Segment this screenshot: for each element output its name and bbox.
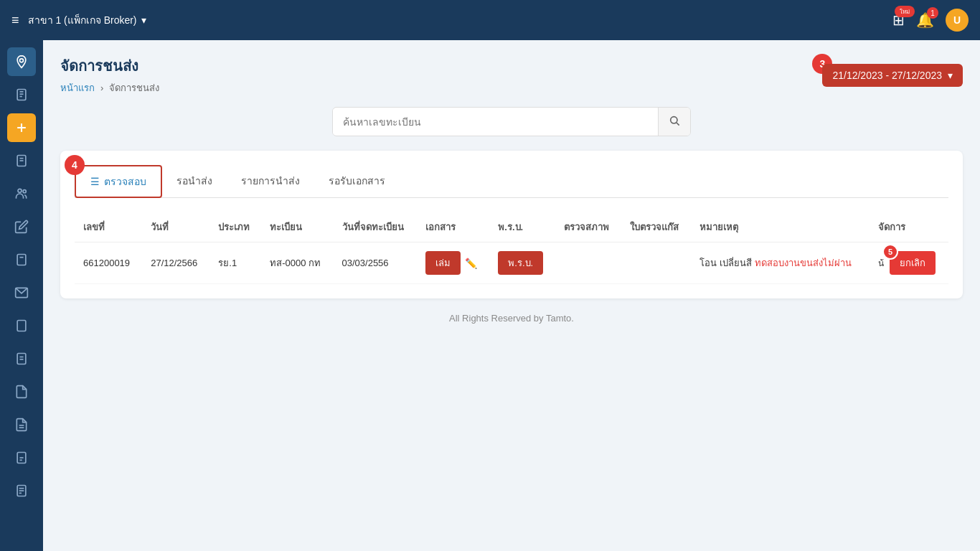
sidebar-icon-clipboard[interactable] <box>7 80 36 109</box>
page-header: จัดการชนส่ง หน้าแรก › จัดการชนส่ง 3 21/1… <box>60 55 963 95</box>
cell-note: โอน เปลี่ยนสี โอน เปลี่ยนสี ทดสอบงานขนส่… <box>691 242 870 284</box>
cell-id: 661200019 <box>75 242 142 284</box>
user-avatar[interactable]: U <box>946 9 969 32</box>
svg-point-11 <box>23 190 26 193</box>
sidebar-icon-location[interactable] <box>7 47 36 76</box>
cell-inspect <box>555 242 621 284</box>
search-button[interactable] <box>658 108 690 136</box>
new-badge: ใหม่ <box>895 6 915 17</box>
tab-receive-label: รอรับเอกสาร <box>329 173 385 189</box>
sidebar-icon-doc4[interactable] <box>7 344 36 373</box>
cell-date: 27/12/2566 <box>142 242 209 284</box>
svg-point-10 <box>18 189 22 192</box>
notification-button[interactable]: 🔔 1 <box>916 11 934 29</box>
svg-point-28 <box>671 117 677 123</box>
col-doc: เอกสาร <box>417 212 489 242</box>
col-prb: พ.ร.บ. <box>489 212 555 242</box>
sidebar-icon-doc1[interactable] <box>7 146 36 175</box>
sidebar-icon-edit[interactable] <box>7 212 36 241</box>
sidebar-icon-doc7[interactable] <box>7 443 36 472</box>
sidebar <box>0 40 43 551</box>
cell-prb: พ.ร.บ. <box>489 242 555 284</box>
breadcrumb: หน้าแรก › จัดการชนส่ง <box>60 80 159 95</box>
sidebar-icon-add[interactable] <box>7 113 36 142</box>
svg-point-0 <box>20 59 24 62</box>
tab-inspect-wrapper: 4 ☰ ตรวจสอบ <box>75 165 162 197</box>
prb-button[interactable]: พ.ร.บ. <box>498 251 543 275</box>
tab-report[interactable]: รายการนำส่ง <box>227 165 314 198</box>
sidebar-icon-doc8[interactable] <box>7 476 36 505</box>
cell-manage: น้ 5 ยกเลิก <box>870 242 948 284</box>
svg-rect-15 <box>17 321 26 331</box>
date-range-button[interactable]: 21/12/2023 - 27/12/2023 ▾ <box>822 64 963 87</box>
sidebar-icon-mail[interactable] <box>7 278 36 307</box>
tab-inspect-icon: ☰ <box>90 176 100 187</box>
doc-edit-button[interactable]: ✏️ <box>465 258 477 269</box>
date-range-container: 3 21/12/2023 - 27/12/2023 ▾ <box>822 64 963 87</box>
cell-plate: ทส-0000 กท <box>261 242 333 284</box>
note-text: โอน เปลี่ยนสี <box>699 258 754 268</box>
breadcrumb-separator: › <box>100 83 103 93</box>
table-header: เลขที่ วันที่ ประเภท ทะเบียน วันที่จดทะเ… <box>75 212 948 242</box>
sidebar-icon-doc2[interactable] <box>7 245 36 274</box>
breadcrumb-current: จัดการชนส่ง <box>109 80 159 95</box>
manage-prefix: น้ <box>878 256 884 270</box>
tab-badge-4: 4 <box>65 155 85 175</box>
main-card: 4 ☰ ตรวจสอบ รอนำส่ง รายการนำส่ง รอรับเอก… <box>60 151 963 298</box>
notif-count-badge: 1 <box>927 7 938 19</box>
tab-receive[interactable]: รอรับเอกสาร <box>314 165 400 198</box>
note-highlight-vis: ทดสอบงานขนส่งไม่ผ่าน <box>755 258 852 268</box>
tab-waiting-label: รอนำส่ง <box>176 173 212 189</box>
tabs-container: 4 ☰ ตรวจสอบ รอนำส่ง รายการนำส่ง รอรับเอก… <box>75 165 948 198</box>
col-date: วันที่ <box>142 212 209 242</box>
search-box <box>332 107 691 136</box>
search-input[interactable] <box>333 109 658 135</box>
tab-inspect[interactable]: ☰ ตรวจสอบ <box>75 165 162 198</box>
top-bar: ≡ สาขา 1 (แพ็กเกจ Broker) ▾ ⊞ ใหม่ 🔔 1 U <box>0 0 980 40</box>
cell-doc: เล่ม ✏️ <box>417 242 489 284</box>
top-bar-right: ⊞ ใหม่ 🔔 1 U <box>892 9 969 32</box>
cancel-badge: 5 <box>882 244 898 260</box>
data-table: เลขที่ วันที่ ประเภท ทะเบียน วันที่จดทะเ… <box>75 212 948 284</box>
svg-line-29 <box>677 123 679 126</box>
breadcrumb-home[interactable]: หน้าแรก <box>60 80 95 95</box>
sidebar-icon-doc6[interactable] <box>7 410 36 439</box>
col-inspect: ตรวจสภาพ <box>555 212 621 242</box>
branch-dropdown-icon: ▾ <box>141 14 146 26</box>
col-regdate: วันที่จดทะเบียน <box>334 212 417 242</box>
page-title: จัดการชนส่ง <box>60 55 159 77</box>
cancel-button-wrapper: 5 ยกเลิก <box>890 251 936 275</box>
col-plate: ทะเบียน <box>261 212 333 242</box>
tab-inspect-label: ตรวจสอบ <box>104 174 146 189</box>
date-range-label: 21/12/2023 - 27/12/2023 <box>832 70 942 81</box>
sidebar-icon-users[interactable] <box>7 179 36 208</box>
date-range-dropdown-icon: ▾ <box>948 70 953 81</box>
branch-label: สาขา 1 (แพ็กเกจ Broker) <box>28 12 137 28</box>
sidebar-icon-doc5[interactable] <box>7 377 36 406</box>
main-area: จัดการชนส่ง หน้าแรก › จัดการชนส่ง 3 21/1… <box>0 40 980 551</box>
footer-text: All Rights Reserved by Tamto. <box>449 313 574 324</box>
branch-selector[interactable]: สาขา 1 (แพ็กเกจ Broker) ▾ <box>28 12 146 28</box>
cell-type: รย.1 <box>209 242 261 284</box>
table-row: 661200019 27/12/2566 รย.1 ทส-0000 กท 03/… <box>75 242 948 284</box>
tab-waiting[interactable]: รอนำส่ง <box>162 165 227 198</box>
content-area: จัดการชนส่ง หน้าแรก › จัดการชนส่ง 3 21/1… <box>43 40 980 551</box>
col-id: เลขที่ <box>75 212 142 242</box>
tab-report-label: รายการนำส่ง <box>241 173 300 189</box>
sidebar-icon-doc3[interactable] <box>7 311 36 340</box>
col-manage: จัดการ <box>870 212 948 242</box>
svg-rect-12 <box>17 255 26 265</box>
col-type: ประเภท <box>209 212 261 242</box>
footer: All Rights Reserved by Tamto. <box>60 298 963 331</box>
col-note: หมายเหตุ <box>691 212 870 242</box>
top-bar-left: ≡ สาขา 1 (แพ็กเกจ Broker) ▾ <box>11 12 892 28</box>
cell-regdate: 03/03/2556 <box>334 242 417 284</box>
col-gas: ใบตรวจแก๊ส <box>621 212 691 242</box>
search-section <box>60 107 963 136</box>
page-header-left: จัดการชนส่ง หน้าแรก › จัดการชนส่ง <box>60 55 159 95</box>
cell-gas <box>621 242 691 284</box>
grid-button[interactable]: ⊞ ใหม่ <box>892 11 905 29</box>
hamburger-icon[interactable]: ≡ <box>11 13 19 28</box>
doc-book-button[interactable]: เล่ม <box>425 251 461 275</box>
